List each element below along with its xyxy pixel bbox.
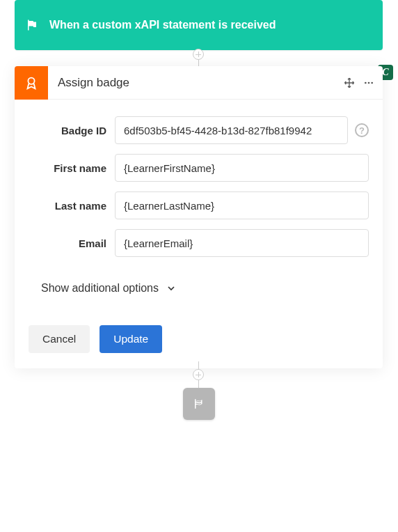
label-last-name: Last name bbox=[29, 200, 115, 212]
trigger-title: When a custom xAPI statement is received bbox=[49, 19, 276, 31]
flag-icon bbox=[15, 19, 49, 31]
checkered-flag-icon bbox=[193, 398, 205, 410]
badge-id-input[interactable] bbox=[115, 116, 348, 144]
add-step-button[interactable] bbox=[193, 369, 204, 380]
first-name-input[interactable] bbox=[115, 154, 369, 182]
row-email: Email bbox=[29, 229, 369, 257]
add-step-button[interactable] bbox=[193, 49, 204, 60]
label-first-name: First name bbox=[29, 162, 115, 174]
row-first-name: First name bbox=[29, 154, 369, 182]
more-icon[interactable] bbox=[363, 77, 374, 88]
action-title: Assign badge bbox=[48, 76, 344, 90]
update-button[interactable]: Update bbox=[100, 325, 162, 353]
badge-icon bbox=[15, 66, 48, 100]
action-card: Assign badge Badge ID ? First name Last bbox=[15, 66, 383, 368]
help-icon[interactable]: ? bbox=[355, 123, 369, 137]
svg-point-2 bbox=[368, 81, 370, 84]
trigger-card[interactable]: When a custom xAPI statement is received bbox=[15, 0, 383, 50]
action-footer: Cancel Update bbox=[15, 295, 383, 368]
cancel-button[interactable]: Cancel bbox=[29, 325, 90, 353]
show-additional-options[interactable]: Show additional options bbox=[15, 272, 383, 295]
end-node[interactable] bbox=[183, 388, 215, 420]
chevron-down-icon bbox=[166, 283, 177, 294]
action-header: Assign badge bbox=[15, 66, 383, 100]
svg-point-0 bbox=[28, 77, 34, 84]
row-badge-id: Badge ID ? bbox=[29, 116, 369, 144]
move-icon[interactable] bbox=[344, 77, 355, 88]
label-badge-id: Badge ID bbox=[29, 125, 115, 136]
row-last-name: Last name bbox=[29, 191, 369, 219]
email-input[interactable] bbox=[115, 229, 369, 257]
svg-point-1 bbox=[365, 81, 367, 84]
additional-options-label: Show additional options bbox=[41, 282, 159, 295]
svg-point-3 bbox=[371, 81, 373, 84]
last-name-input[interactable] bbox=[115, 191, 369, 219]
form-body: Badge ID ? First name Last name Email bbox=[15, 100, 383, 272]
label-email: Email bbox=[29, 237, 115, 249]
